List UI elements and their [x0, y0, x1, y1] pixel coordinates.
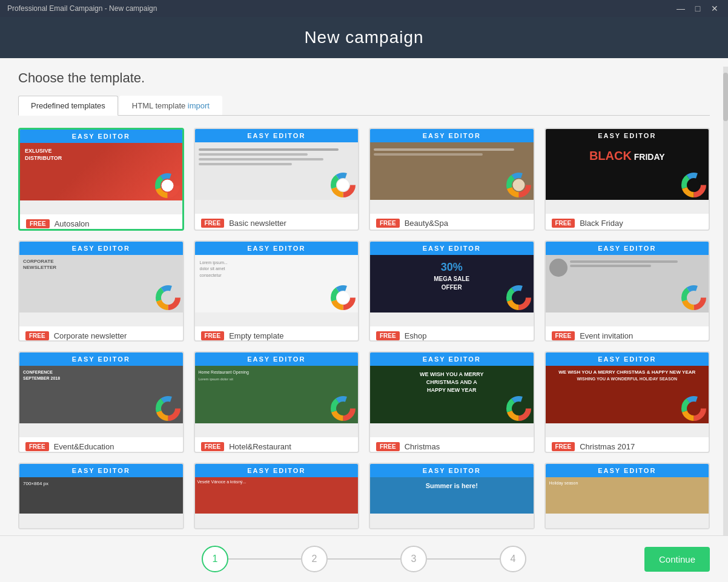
template-card-winter[interactable]: EASY EDITOR Holiday season: [544, 463, 710, 529]
template-preview-blackfriday: EASY EDITOR BLACK FRIDAY: [546, 129, 709, 214]
template-card-corporate[interactable]: EASY EDITOR CORPORATENEWSLETTER FREE: [18, 240, 184, 342]
free-badge: FREE: [376, 331, 400, 340]
step-line-1-2: [228, 558, 301, 560]
donut-chart: [505, 171, 532, 199]
close-button[interactable]: ✕: [709, 4, 721, 13]
svg-point-44: [162, 403, 174, 415]
template-card-basic[interactable]: EASY EDITOR: [194, 128, 360, 231]
template-preview-moto: EASY EDITOR 700×864 px: [19, 464, 183, 529]
page-title: Choose the template.: [18, 70, 710, 86]
donut-chart: [505, 284, 532, 311]
easy-editor-label: EASY EDITOR: [546, 352, 709, 366]
template-card-christmas2017[interactable]: EASY EDITOR WE WISH YOU A MERRY CHRISTMA…: [544, 351, 710, 453]
app-header: New campaign: [0, 17, 728, 58]
template-footer-hotel: FREE Hotel&Restaurant: [195, 437, 359, 453]
continue-button[interactable]: Continue: [644, 547, 710, 572]
svg-point-49: [337, 403, 349, 415]
template-card-hotel[interactable]: EASY EDITOR Home Restaurant Opening Lore…: [194, 351, 360, 453]
step-line-3-4: [427, 558, 500, 560]
donut-chart: [680, 284, 707, 311]
template-card-empty[interactable]: EASY EDITOR Lorem ipsum... dolor sit ame…: [194, 240, 360, 342]
easy-editor-label: EASY EDITOR: [370, 464, 534, 477]
template-card-edu[interactable]: EASY EDITOR CONFERENCESEPTEMBER 2018 FRE…: [18, 351, 184, 453]
template-preview-edu: EASY EDITOR CONFERENCESEPTEMBER 2018: [19, 352, 183, 437]
step-4[interactable]: 4: [500, 546, 526, 572]
easy-editor-label: EASY EDITOR: [546, 464, 709, 477]
svg-point-59: [688, 403, 700, 415]
svg-point-19: [688, 179, 700, 191]
free-badge: FREE: [552, 331, 575, 340]
tab-predefined[interactable]: Predefined templates: [18, 96, 118, 116]
svg-point-54: [512, 403, 524, 415]
template-card-blackfriday[interactable]: EASY EDITOR BLACK FRIDAY FR: [544, 128, 710, 231]
template-footer-empty: FREE Empty template: [195, 326, 359, 342]
template-footer-edu: FREE Event&Education: [19, 437, 183, 453]
svg-point-4: [161, 180, 173, 192]
template-name: Beauty&Spa: [405, 219, 448, 228]
template-card-beauty[interactable]: EASY EDITOR FREE: [369, 128, 535, 231]
donut-chart: [154, 395, 182, 422]
template-preview-event: EASY EDITOR: [546, 242, 709, 326]
template-card-summer[interactable]: EASY EDITOR Summer is here!: [369, 463, 535, 529]
step-2[interactable]: 2: [301, 546, 328, 572]
template-footer-eshop: FREE Eshop: [370, 326, 534, 342]
template-preview-basic: EASY EDITOR: [195, 129, 359, 214]
donut-chart: [505, 395, 532, 422]
template-name: Basic newsletter: [229, 219, 286, 228]
tab-html-import[interactable]: HTML template import: [119, 96, 222, 115]
main-content: Choose the template. Predefined template…: [0, 58, 728, 535]
easy-editor-label: EASY EDITOR: [546, 242, 709, 255]
template-card-event[interactable]: EASY EDITOR: [544, 240, 710, 342]
donut-chart: [154, 284, 182, 311]
template-name: Event&Education: [54, 442, 114, 451]
template-footer-event: FREE Event invitation: [546, 326, 709, 342]
easy-editor-label: EASY EDITOR: [195, 352, 359, 366]
free-badge: FREE: [376, 442, 400, 451]
free-badge: FREE: [201, 331, 225, 340]
template-name: Hotel&Restaurant: [229, 442, 291, 451]
easy-editor-label: EASY EDITOR: [19, 464, 183, 477]
easy-editor-label: EASY EDITOR: [370, 129, 534, 142]
template-preview-summer: EASY EDITOR Summer is here!: [370, 464, 534, 529]
scrollbar-thumb[interactable]: [723, 73, 728, 121]
template-name: Corporate newsletter: [54, 331, 127, 340]
template-footer-basic: FREE Basic newsletter: [195, 214, 359, 231]
template-preview-christmas: EASY EDITOR WE WISH YOU A MERRYCHRISTMAS…: [370, 352, 534, 437]
free-badge: FREE: [552, 219, 575, 228]
template-card-christmas[interactable]: EASY EDITOR WE WISH YOU A MERRYCHRISTMAS…: [369, 351, 535, 453]
template-card-holiday[interactable]: EASY EDITOR Veselé Vánoce a krásný...: [194, 463, 360, 529]
donut-chart: [680, 171, 707, 199]
footer: 1 2 3 4 Continue: [0, 535, 728, 582]
template-preview-empty: EASY EDITOR Lorem ipsum... dolor sit ame…: [195, 242, 359, 326]
easy-editor-label: EASY EDITOR: [20, 130, 182, 143]
free-badge: FREE: [201, 442, 225, 451]
svg-point-9: [337, 179, 349, 191]
step-1[interactable]: 1: [202, 546, 228, 572]
free-badge: FREE: [376, 219, 400, 228]
donut-chart: [329, 171, 357, 199]
template-name: Event invitation: [580, 331, 633, 340]
template-preview-beauty: EASY EDITOR: [370, 129, 534, 214]
template-footer-autosalon: FREE Autosalon: [20, 214, 182, 231]
template-footer-christmas: FREE Christmas: [370, 437, 534, 453]
donut-chart: [154, 172, 181, 199]
window-controls: — □ ✕: [675, 4, 721, 13]
steps-container: 1 2 3 4: [202, 546, 526, 572]
template-preview-christmas2017: EASY EDITOR WE WISH YOU A MERRY CHRISTMA…: [546, 352, 709, 437]
template-name: Eshop: [405, 331, 427, 340]
template-card-moto[interactable]: EASY EDITOR 700×864 px: [18, 463, 184, 529]
template-card-eshop[interactable]: EASY EDITOR 30% MEGA SALEOFFER: [369, 240, 535, 342]
tab-bar: Predefined templates HTML template impor…: [18, 96, 710, 116]
template-footer-blackfriday: FREE Black Friday: [546, 214, 709, 231]
minimize-button[interactable]: —: [675, 4, 687, 13]
scrollbar-track[interactable]: [723, 67, 728, 535]
template-preview-holiday: EASY EDITOR Veselé Vánoce a krásný...: [195, 464, 359, 529]
template-name: Empty template: [229, 331, 283, 340]
template-footer-corporate: FREE Corporate newsletter: [19, 326, 183, 342]
maximize-button[interactable]: □: [692, 4, 704, 13]
free-badge: FREE: [26, 219, 50, 228]
template-preview-winter: EASY EDITOR Holiday season: [546, 464, 709, 529]
template-card-autosalon[interactable]: ✓ EASY EDITOR EXLUSIVEDISTRIBUTOR FREE A: [18, 128, 184, 231]
step-3[interactable]: 3: [400, 546, 427, 572]
template-name: Christmas: [405, 442, 440, 451]
